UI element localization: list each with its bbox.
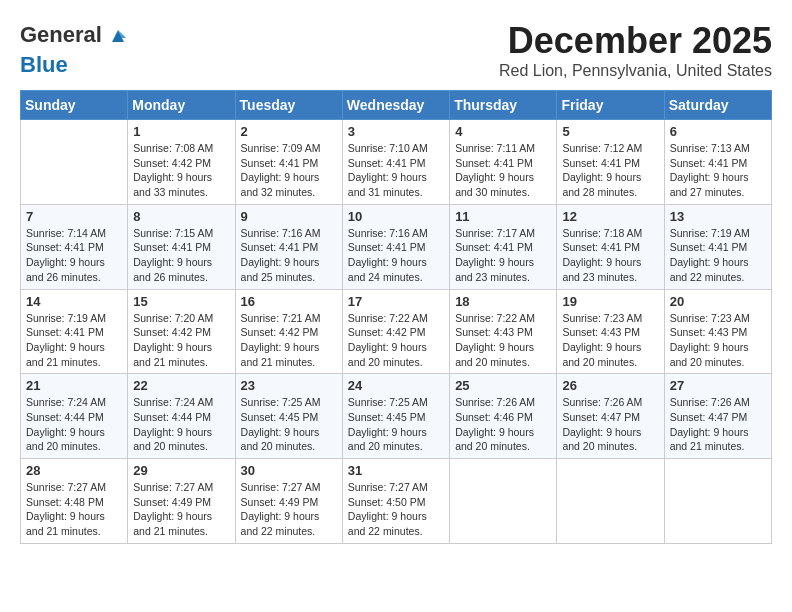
cell-content: Sunrise: 7:08 AMSunset: 4:42 PMDaylight:… — [133, 141, 229, 200]
day-number: 1 — [133, 124, 229, 139]
calendar-cell: 21Sunrise: 7:24 AMSunset: 4:44 PMDayligh… — [21, 374, 128, 459]
calendar-cell: 13Sunrise: 7:19 AMSunset: 4:41 PMDayligh… — [664, 204, 771, 289]
calendar-cell — [21, 120, 128, 205]
cell-content: Sunrise: 7:12 AMSunset: 4:41 PMDaylight:… — [562, 141, 658, 200]
day-number: 27 — [670, 378, 766, 393]
cell-content: Sunrise: 7:23 AMSunset: 4:43 PMDaylight:… — [562, 311, 658, 370]
calendar-cell: 3Sunrise: 7:10 AMSunset: 4:41 PMDaylight… — [342, 120, 449, 205]
calendar-cell: 23Sunrise: 7:25 AMSunset: 4:45 PMDayligh… — [235, 374, 342, 459]
cell-content: Sunrise: 7:19 AMSunset: 4:41 PMDaylight:… — [26, 311, 122, 370]
cell-content: Sunrise: 7:23 AMSunset: 4:43 PMDaylight:… — [670, 311, 766, 370]
cell-content: Sunrise: 7:25 AMSunset: 4:45 PMDaylight:… — [348, 395, 444, 454]
calendar-cell: 7Sunrise: 7:14 AMSunset: 4:41 PMDaylight… — [21, 204, 128, 289]
calendar-week-row: 7Sunrise: 7:14 AMSunset: 4:41 PMDaylight… — [21, 204, 772, 289]
day-number: 20 — [670, 294, 766, 309]
day-number: 23 — [241, 378, 337, 393]
logo-blue: Blue — [20, 52, 68, 77]
weekday-header-row: SundayMondayTuesdayWednesdayThursdayFrid… — [21, 91, 772, 120]
cell-content: Sunrise: 7:20 AMSunset: 4:42 PMDaylight:… — [133, 311, 229, 370]
calendar-week-row: 14Sunrise: 7:19 AMSunset: 4:41 PMDayligh… — [21, 289, 772, 374]
month-title: December 2025 — [499, 20, 772, 62]
calendar-cell: 27Sunrise: 7:26 AMSunset: 4:47 PMDayligh… — [664, 374, 771, 459]
cell-content: Sunrise: 7:22 AMSunset: 4:43 PMDaylight:… — [455, 311, 551, 370]
calendar-cell: 17Sunrise: 7:22 AMSunset: 4:42 PMDayligh… — [342, 289, 449, 374]
cell-content: Sunrise: 7:25 AMSunset: 4:45 PMDaylight:… — [241, 395, 337, 454]
calendar-cell: 10Sunrise: 7:16 AMSunset: 4:41 PMDayligh… — [342, 204, 449, 289]
calendar-cell: 11Sunrise: 7:17 AMSunset: 4:41 PMDayligh… — [450, 204, 557, 289]
calendar-cell: 1Sunrise: 7:08 AMSunset: 4:42 PMDaylight… — [128, 120, 235, 205]
cell-content: Sunrise: 7:16 AMSunset: 4:41 PMDaylight:… — [241, 226, 337, 285]
cell-content: Sunrise: 7:21 AMSunset: 4:42 PMDaylight:… — [241, 311, 337, 370]
day-number: 13 — [670, 209, 766, 224]
day-number: 15 — [133, 294, 229, 309]
calendar-cell: 4Sunrise: 7:11 AMSunset: 4:41 PMDaylight… — [450, 120, 557, 205]
day-number: 6 — [670, 124, 766, 139]
calendar-cell: 20Sunrise: 7:23 AMSunset: 4:43 PMDayligh… — [664, 289, 771, 374]
cell-content: Sunrise: 7:10 AMSunset: 4:41 PMDaylight:… — [348, 141, 444, 200]
calendar-cell: 31Sunrise: 7:27 AMSunset: 4:50 PMDayligh… — [342, 459, 449, 544]
day-number: 18 — [455, 294, 551, 309]
day-number: 26 — [562, 378, 658, 393]
location: Red Lion, Pennsylvania, United States — [499, 62, 772, 80]
title-block: December 2025 Red Lion, Pennsylvania, Un… — [499, 20, 772, 80]
cell-content: Sunrise: 7:24 AMSunset: 4:44 PMDaylight:… — [133, 395, 229, 454]
calendar-cell — [664, 459, 771, 544]
calendar-week-row: 28Sunrise: 7:27 AMSunset: 4:48 PMDayligh… — [21, 459, 772, 544]
day-number: 24 — [348, 378, 444, 393]
cell-content: Sunrise: 7:16 AMSunset: 4:41 PMDaylight:… — [348, 226, 444, 285]
logo-icon — [104, 20, 132, 53]
day-number: 9 — [241, 209, 337, 224]
calendar-cell: 25Sunrise: 7:26 AMSunset: 4:46 PMDayligh… — [450, 374, 557, 459]
weekday-header: Monday — [128, 91, 235, 120]
calendar-cell — [557, 459, 664, 544]
calendar-table: SundayMondayTuesdayWednesdayThursdayFrid… — [20, 90, 772, 544]
calendar-cell: 24Sunrise: 7:25 AMSunset: 4:45 PMDayligh… — [342, 374, 449, 459]
calendar-cell: 8Sunrise: 7:15 AMSunset: 4:41 PMDaylight… — [128, 204, 235, 289]
calendar-cell: 5Sunrise: 7:12 AMSunset: 4:41 PMDaylight… — [557, 120, 664, 205]
weekday-header: Saturday — [664, 91, 771, 120]
day-number: 21 — [26, 378, 122, 393]
calendar-cell: 9Sunrise: 7:16 AMSunset: 4:41 PMDaylight… — [235, 204, 342, 289]
calendar-cell: 16Sunrise: 7:21 AMSunset: 4:42 PMDayligh… — [235, 289, 342, 374]
cell-content: Sunrise: 7:27 AMSunset: 4:49 PMDaylight:… — [241, 480, 337, 539]
day-number: 4 — [455, 124, 551, 139]
day-number: 30 — [241, 463, 337, 478]
weekday-header: Friday — [557, 91, 664, 120]
calendar-cell — [450, 459, 557, 544]
day-number: 28 — [26, 463, 122, 478]
cell-content: Sunrise: 7:15 AMSunset: 4:41 PMDaylight:… — [133, 226, 229, 285]
day-number: 19 — [562, 294, 658, 309]
day-number: 14 — [26, 294, 122, 309]
day-number: 12 — [562, 209, 658, 224]
day-number: 5 — [562, 124, 658, 139]
calendar-cell: 29Sunrise: 7:27 AMSunset: 4:49 PMDayligh… — [128, 459, 235, 544]
page-header: General Blue December 2025 Red Lion, Pen… — [20, 20, 772, 80]
cell-content: Sunrise: 7:18 AMSunset: 4:41 PMDaylight:… — [562, 226, 658, 285]
cell-content: Sunrise: 7:11 AMSunset: 4:41 PMDaylight:… — [455, 141, 551, 200]
day-number: 22 — [133, 378, 229, 393]
cell-content: Sunrise: 7:26 AMSunset: 4:47 PMDaylight:… — [670, 395, 766, 454]
weekday-header: Tuesday — [235, 91, 342, 120]
cell-content: Sunrise: 7:27 AMSunset: 4:50 PMDaylight:… — [348, 480, 444, 539]
day-number: 10 — [348, 209, 444, 224]
day-number: 16 — [241, 294, 337, 309]
cell-content: Sunrise: 7:26 AMSunset: 4:47 PMDaylight:… — [562, 395, 658, 454]
weekday-header: Sunday — [21, 91, 128, 120]
calendar-cell: 2Sunrise: 7:09 AMSunset: 4:41 PMDaylight… — [235, 120, 342, 205]
cell-content: Sunrise: 7:19 AMSunset: 4:41 PMDaylight:… — [670, 226, 766, 285]
day-number: 29 — [133, 463, 229, 478]
day-number: 11 — [455, 209, 551, 224]
calendar-cell: 28Sunrise: 7:27 AMSunset: 4:48 PMDayligh… — [21, 459, 128, 544]
cell-content: Sunrise: 7:17 AMSunset: 4:41 PMDaylight:… — [455, 226, 551, 285]
calendar-week-row: 1Sunrise: 7:08 AMSunset: 4:42 PMDaylight… — [21, 120, 772, 205]
calendar-cell: 30Sunrise: 7:27 AMSunset: 4:49 PMDayligh… — [235, 459, 342, 544]
calendar-cell: 19Sunrise: 7:23 AMSunset: 4:43 PMDayligh… — [557, 289, 664, 374]
cell-content: Sunrise: 7:27 AMSunset: 4:48 PMDaylight:… — [26, 480, 122, 539]
calendar-cell: 12Sunrise: 7:18 AMSunset: 4:41 PMDayligh… — [557, 204, 664, 289]
day-number: 2 — [241, 124, 337, 139]
calendar-cell: 22Sunrise: 7:24 AMSunset: 4:44 PMDayligh… — [128, 374, 235, 459]
cell-content: Sunrise: 7:13 AMSunset: 4:41 PMDaylight:… — [670, 141, 766, 200]
calendar-cell: 18Sunrise: 7:22 AMSunset: 4:43 PMDayligh… — [450, 289, 557, 374]
logo: General Blue — [20, 20, 132, 77]
day-number: 17 — [348, 294, 444, 309]
